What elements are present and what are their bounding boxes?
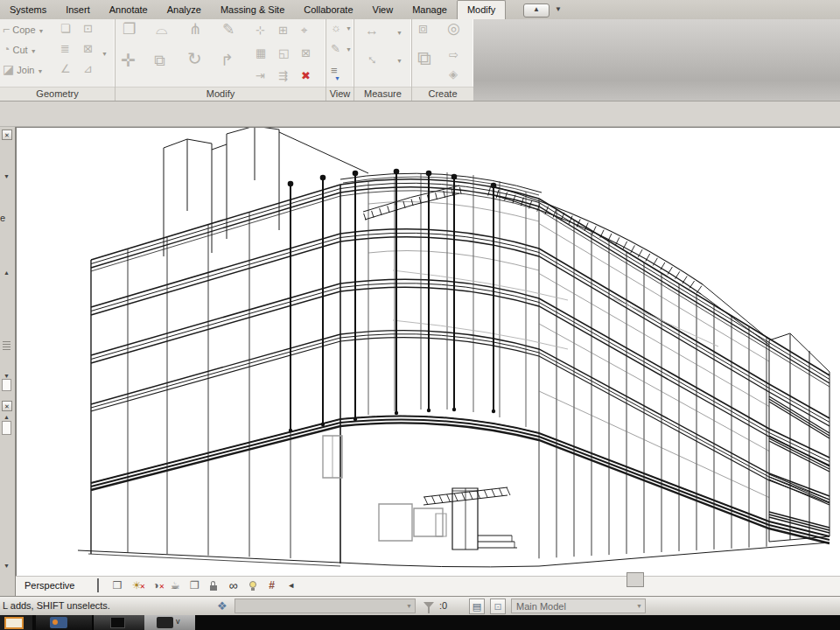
cut-geometry-dropdown-icon[interactable]: ▼ [102,46,108,62]
view-lightbulb-icon[interactable]: ☼ [331,22,341,34]
scroll-up-icon[interactable]: ▲ [4,270,10,276]
viewbar-collapse-icon[interactable]: ◄ [284,578,298,592]
linework-brush-icon[interactable]: ✎ [331,43,340,55]
tab-collaborate[interactable]: Collaborate [294,0,362,19]
taskbar-button-3[interactable] [93,615,145,630]
ribbon-minimize-dropdown-icon[interactable]: ▼ [555,5,562,13]
create-parts-icon[interactable]: ◈ [449,68,458,80]
sun-path-icon[interactable]: ☀✕ [130,578,144,592]
rendering-dialog-icon[interactable]: ☕ [168,578,182,592]
beam-column-join-icon[interactable]: ≣ [60,43,70,55]
view-control-bar: Perspective ❒ ☀✕ ◑✕ ☕ ❐ ∞ # ◄ [16,576,840,596]
array-icon[interactable]: ▦ [256,47,266,60]
reveal-constraints-icon[interactable]: # [265,578,279,592]
offset-icon[interactable]: ⊞ [278,24,288,37]
scrollbar-thumb[interactable] [2,379,11,391]
design-options-icon[interactable]: ▤ [469,598,485,614]
taskbar-button-active[interactable]: v [144,615,195,630]
properties-close-icon[interactable]: ✕ [2,130,12,140]
cut-dropdown-icon[interactable]: ▼ [31,48,37,54]
view-scale-icon[interactable] [91,578,105,592]
tab-insert[interactable]: Insert [56,0,100,19]
move-icon[interactable]: ✛ [121,54,136,66]
trim-icon[interactable]: ⇥ [256,70,265,82]
panel-edge-text: e [0,213,5,223]
drawing-canvas[interactable] [16,127,840,576]
status-message: L adds, SHIFT unselects. [3,600,110,611]
legend-component-icon[interactable]: ⧈ [418,23,428,35]
cut-geometry-icon[interactable]: ⊠ [83,43,93,55]
reveal-hidden-icon[interactable] [246,578,260,592]
panel-label-modify: Modify [116,87,326,101]
ribbon-empty-area [473,19,840,101]
temporary-hide-isolate-icon[interactable]: ∞ [226,578,240,592]
rotate-icon[interactable]: ↻ [187,52,202,65]
edit-profile-icon[interactable]: ⌓ [156,24,167,36]
app3-icon [110,617,125,628]
extend-icon[interactable]: ⇶ [278,70,288,82]
docked-panels-edge: ✕ ▼ e ▲ ▼ ✕ ▲ ▼ [0,127,16,596]
linework-dropdown-icon[interactable]: ▼ [346,46,352,52]
copy-icon[interactable]: ⧉ [154,54,165,66]
design-option-dropdown[interactable]: Main Model ▼ [511,598,646,613]
cope-dropdown-icon[interactable]: ▼ [38,28,45,34]
tab-manage[interactable]: Manage [402,0,457,19]
measure-between-icon[interactable]: ↔ [364,49,382,67]
wall-join-icon[interactable]: ❏ [60,23,71,35]
panel-grip[interactable] [3,340,10,352]
scrollbar-thumb2[interactable] [2,421,11,435]
taskbar-button-1[interactable] [0,615,32,630]
mirror-icon[interactable]: ⊹ [256,24,265,37]
ribbon-minimize-button[interactable]: ▲ [523,4,550,18]
split-with-gap-icon[interactable]: ✎ [222,24,234,36]
join-dropdown-icon[interactable]: ▼ [38,68,44,74]
create-group-icon[interactable]: ◎ [447,23,460,35]
align-icon[interactable]: ↱ [220,54,234,66]
beam-join-icon[interactable]: ⊡ [83,23,93,35]
worksets-dropdown[interactable]: ▼ [234,598,416,613]
scroll-down2-icon[interactable]: ▼ [4,373,10,379]
panel-create: ⧈ ◎ ⧉ ⇨ ◈ Create [412,19,474,101]
cut-profile-icon[interactable]: ❐ [122,24,136,36]
split-face-icon[interactable]: ∠ [60,63,71,75]
create-assembly-icon[interactable]: ⇨ [449,49,458,61]
split-element-icon[interactable]: ⋔ [189,24,201,36]
panel-label-create: Create [412,87,473,101]
tab-analyze[interactable]: Analyze [158,0,211,19]
tab-view[interactable]: View [363,0,403,19]
scroll-down3-icon[interactable]: ▼ [4,563,10,569]
create-similar-icon[interactable]: ⧉ [417,52,431,65]
delete-icon[interactable]: ✖ [301,70,311,82]
cut-button[interactable]: ◔ Cut ▼ ≣ ⊠ ▼ [3,42,37,60]
measure-ruler-icon[interactable]: ↔ [365,24,379,37]
join-button[interactable]: ◪ Join ▼ ∠ ⊿ [3,62,43,80]
unpin-icon[interactable]: ⌖ [301,24,307,37]
scroll-up2-icon[interactable]: ▲ [4,414,10,420]
tab-systems[interactable]: Systems [0,0,56,19]
panel-label-view: View [326,87,354,101]
tab-massing-site[interactable]: Massing & Site [211,0,294,19]
editable-only-icon[interactable]: ⊡ [490,598,506,614]
scroll-down-icon[interactable]: ▼ [4,173,10,179]
pin-icon[interactable]: ⊠ [301,47,311,60]
browser-close-icon[interactable]: ✕ [2,401,12,411]
demolish-icon[interactable]: ⊿ [83,63,93,75]
crop-view-icon[interactable]: ❐ [187,578,201,592]
scrollbar-chip[interactable] [626,572,644,587]
selection-filter-icon[interactable] [424,602,434,608]
view-lock-icon[interactable] [206,578,220,592]
shadows-icon[interactable]: ◑✕ [149,578,163,592]
measure-dropdown-icon[interactable]: ▼ [396,30,402,36]
app4-overlay-icon: v [176,617,180,626]
cope-button[interactable]: ⌐ Cope ▼ ❏ ⊡ [3,22,45,39]
tab-modify[interactable]: Modify [457,0,506,19]
app4-icon [157,617,173,628]
view-lightbulb-dropdown-icon[interactable]: ▼ [346,25,352,32]
worksets-icon[interactable]: ❖ [217,599,228,612]
tab-annotate[interactable]: Annotate [100,0,158,19]
detail-level-icon[interactable]: ❒ [110,578,124,592]
taskbar-button-2[interactable] [36,615,92,630]
measure-between-dropdown-icon[interactable]: ▼ [396,58,402,64]
panel-geometry: ⌐ Cope ▼ ❏ ⊡ ◔ Cut ▼ ≣ ⊠ ▼ ◪ Join ▼ ∠ ⊿ [0,19,116,101]
scale-tool-icon[interactable]: ◱ [278,47,289,60]
